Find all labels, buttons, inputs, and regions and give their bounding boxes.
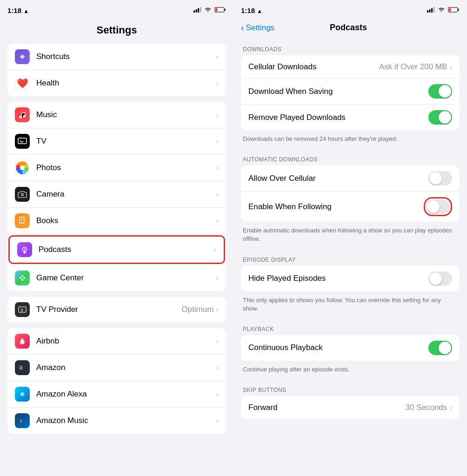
continuous-thumb [439, 342, 451, 354]
health-label: Health [36, 79, 216, 88]
auto-downloads-card: Allow Over Cellular Enable When Followin… [241, 165, 460, 222]
settings-row-airbnb[interactable]: Airbnb › [7, 328, 226, 355]
forward-value: 30 Seconds [406, 403, 447, 412]
tvprovider-value: Optimum [181, 305, 213, 314]
playback-card: Continuous Playback [241, 335, 460, 361]
skip-buttons-card: Forward 30 Seconds › [241, 396, 460, 419]
shortcuts-icon [15, 49, 30, 64]
svg-rect-6 [215, 8, 218, 12]
svg-rect-2 [198, 8, 199, 13]
svg-rect-3 [200, 7, 201, 13]
right-signal-icon [427, 6, 435, 14]
alexa-chevron: › [216, 390, 219, 398]
back-chevron-icon: ‹ [241, 22, 244, 33]
music-chevron: › [216, 111, 219, 119]
remove-played-row: Remove Played Downloads [241, 105, 460, 130]
location-icon: ▲ [23, 8, 29, 14]
right-location-icon: ▲ [257, 8, 262, 14]
svg-rect-0 [193, 10, 195, 13]
download-saving-label: Download When Saving [248, 87, 428, 96]
enable-following-toggle[interactable] [426, 199, 450, 214]
download-saving-toggle[interactable] [428, 84, 452, 99]
svg-point-25 [20, 277, 21, 279]
health-icon: ❤️ [15, 76, 30, 91]
gamecenter-chevron: › [216, 274, 219, 282]
settings-row-tvprovider[interactable]: S TV Provider Optimum › [7, 297, 226, 323]
svg-rect-1 [196, 9, 197, 13]
signal-icon [193, 6, 201, 14]
settings-row-gamecenter[interactable]: Game Center › [7, 265, 226, 291]
settings-row-podcasts[interactable]: Podcasts › [8, 235, 225, 264]
allow-cellular-toggle[interactable] [428, 171, 452, 185]
continuous-toggle[interactable] [428, 341, 452, 355]
settings-row-alexa[interactable]: Amazon Alexa › [7, 381, 226, 408]
allow-cellular-label: Allow Over Cellular [248, 174, 428, 183]
camera-chevron: › [216, 191, 219, 198]
svg-rect-40 [458, 9, 459, 11]
hide-played-thumb [429, 272, 442, 285]
skip-buttons-header: SKIP BUTTONS [241, 379, 460, 396]
amazon-label: Amazon [36, 363, 216, 372]
cellular-downloads-row[interactable]: Cellular Downloads Ask if Over 200 MB › [241, 55, 460, 79]
left-status-icons [193, 6, 226, 14]
settings-row-amazon[interactable]: a Amazon › [7, 355, 226, 381]
settings-row-books[interactable]: Books › [7, 208, 226, 234]
right-time: 1:18 ▲ [241, 7, 262, 14]
right-wifi-icon [438, 6, 445, 14]
alexa-label: Amazon Alexa [36, 390, 216, 399]
settings-row-music[interactable]: Music › [7, 102, 226, 128]
cellular-downloads-label: Cellular Downloads [248, 62, 379, 72]
music-icon [15, 107, 30, 122]
auto-downloads-note: Enable automatic downloads when followin… [241, 224, 460, 249]
svg-rect-35 [427, 10, 428, 13]
forward-chevron: › [450, 404, 452, 411]
hide-played-label: Hide Played Episodes [248, 274, 428, 283]
remove-played-toggle[interactable] [428, 110, 452, 125]
download-saving-thumb [439, 85, 451, 98]
settings-group-1: Shortcuts › ❤️ Health › [7, 44, 226, 96]
svg-rect-5 [225, 9, 226, 11]
settings-row-health[interactable]: ❤️ Health › [7, 70, 226, 96]
music-label: Music [36, 110, 216, 119]
settings-group-4: Airbnb › a Amazon › Amazon Alexa › [7, 328, 226, 434]
svg-point-17 [21, 193, 24, 196]
auto-downloads-header: AUTOMATIC DOWNLOADS [241, 149, 460, 165]
settings-row-camera[interactable]: Camera › [7, 181, 226, 208]
camera-icon [15, 187, 30, 202]
settings-row-photos[interactable]: Photos › [7, 155, 226, 181]
tvprovider-icon: S [15, 302, 30, 317]
svg-rect-38 [434, 7, 435, 13]
time-text: 1:18 [7, 7, 21, 14]
playback-header: PLAYBACK [241, 318, 460, 335]
left-time: 1:18 ▲ [7, 7, 29, 14]
allow-cellular-thumb [429, 172, 442, 185]
svg-rect-37 [431, 8, 433, 13]
left-panel: 1:18 ▲ Settings Shortcuts › [0, 0, 234, 476]
remove-played-thumb [439, 111, 451, 124]
svg-point-33 [21, 393, 24, 396]
back-button[interactable]: ‹ Settings [241, 22, 274, 33]
settings-group-3: S TV Provider Optimum › [7, 297, 226, 323]
health-chevron: › [216, 79, 219, 87]
allow-cellular-row: Allow Over Cellular [241, 165, 460, 192]
battery-icon [214, 6, 226, 14]
settings-row-tv[interactable]: tv TV › [7, 128, 226, 155]
right-status-bar: 1:18 ▲ [234, 0, 467, 20]
books-label: Books [36, 216, 216, 225]
tvprovider-label: TV Provider [36, 305, 181, 314]
settings-row-shortcuts[interactable]: Shortcuts › [7, 44, 226, 70]
tvprovider-chevron: › [216, 306, 219, 313]
settings-row-amazonmusic[interactable]: ♪ Amazon Music › [7, 408, 226, 434]
gamecenter-label: Game Center [36, 273, 216, 283]
amazonmusic-icon: ♪ [15, 413, 30, 428]
svg-point-26 [23, 277, 25, 279]
podcasts-nav-title: Podcasts [330, 23, 367, 33]
photos-label: Photos [36, 163, 216, 172]
shortcuts-label: Shortcuts [36, 52, 216, 61]
airbnb-chevron: › [216, 337, 219, 345]
hide-played-toggle[interactable] [428, 271, 452, 286]
forward-row[interactable]: Forward 30 Seconds › [241, 396, 460, 419]
svg-text:♪: ♪ [20, 417, 23, 424]
podcasts-chevron: › [214, 246, 216, 253]
right-panel: 1:18 ▲ ‹ Settings Podcasts DOWNLOADS [234, 0, 467, 476]
